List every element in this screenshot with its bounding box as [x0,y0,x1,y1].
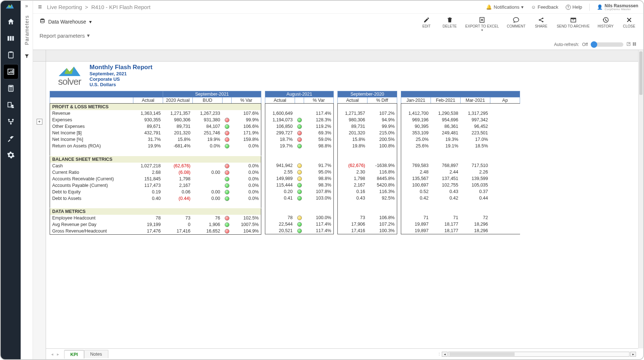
report-title: Monthly Flash Report [90,64,153,71]
svg-rect-5 [8,52,13,58]
svg-point-13 [9,88,10,89]
svg-rect-2 [7,36,9,41]
history-button[interactable]: HISTORY [598,17,614,31]
status-indicator-icon [225,137,229,142]
table-row: 106,850119.2% [265,123,334,130]
expand-group-button[interactable]: + [37,119,42,125]
left-nav [1,1,21,359]
table-row: 2.482.442.26 [401,169,520,175]
nav-workflow[interactable] [4,114,18,129]
export-excel-button[interactable]: EXPORT TO EXCEL▾ [465,17,499,31]
notifications-menu[interactable]: 🔔 Notifications ▾ [486,4,524,10]
prev-block-table: August-2021Actual% Var1,600,649117.4%1,1… [265,91,334,234]
status-indicator-icon [297,137,302,142]
table-row: Current Ratio2.68(6.08)0.000.0% [50,169,261,176]
status-indicator-icon [225,118,229,122]
horizontal-scrollbar[interactable]: ⋮ ◂ ▸ [437,352,636,357]
top-bar: ≡ Live Reporting > R410 - KPI Flash Repo… [33,1,643,14]
svg-rect-4 [12,36,14,41]
svg-point-20 [11,105,13,107]
grid-view-icon[interactable] [632,42,637,47]
table-row: Net Income [%]31.7%15.8%19.9%159.8% [50,136,261,143]
nav-data[interactable] [4,31,18,46]
row-gutter: + [33,50,46,359]
status-indicator-icon [225,183,229,188]
status-indicator-icon [225,190,229,194]
auto-refresh-toggle[interactable] [591,42,623,47]
nav-home[interactable] [4,14,18,29]
breadcrumb-root[interactable]: Live Reporting [47,4,82,10]
report-period: September, 2021 [90,71,153,76]
edit-button[interactable]: EDIT [419,17,434,31]
status-indicator-icon [225,131,229,135]
panel-expand-icon[interactable]: » [25,3,28,9]
table-row: 18.7%59.0% [265,136,334,143]
table-row: 2,1675420.8% [338,182,397,188]
tab-nav-arrows[interactable]: ◂▸ [46,352,64,357]
delete-button[interactable]: DELETE [442,17,457,31]
table-row: 73106.8% [338,214,397,221]
status-indicator-icon [225,164,229,168]
svg-rect-35 [635,42,636,44]
help-link[interactable]: ? Help [566,4,582,10]
chevron-down-icon: ▾ [89,19,92,25]
user-menu[interactable]: 👤 Nils Rasmussen CorpDemo Master [597,4,638,11]
table-row: Accounts Receivable (Current)151,8451,79… [50,176,261,182]
solver-logo: solver [50,63,90,87]
table-row: 115,44498.3% [265,182,334,188]
table-row: 15.8%200.5% [338,136,397,143]
status-indicator-icon [297,118,302,122]
nav-calculator[interactable] [4,81,18,96]
status-indicator-icon [297,229,302,233]
datasource-selector[interactable]: Data Warehouse ▾ [40,18,92,25]
filter-icon[interactable] [24,54,29,60]
report-currency: U.S. Dollars [90,82,153,87]
breadcrumb: Live Reporting > R410 - KPI Flash Report [47,4,151,10]
nav-settings[interactable] [4,148,18,162]
help-icon: ? [566,5,571,10]
close-button[interactable]: CLOSE [622,17,637,31]
parameters-panel-collapsed: » Parameters [21,1,33,359]
table-row: 980,30694.9% [338,117,397,123]
tab-notes[interactable]: Notes [84,350,108,358]
chevron-down-icon: ▾ [87,32,90,39]
nav-reporting[interactable] [4,64,18,79]
svg-point-24 [10,123,12,125]
comment-button[interactable]: COMMENT [507,17,525,31]
table-row: 19,89718,17718,296 [401,227,520,234]
tab-kpi[interactable]: KPI [64,350,84,359]
svg-rect-19 [8,102,11,107]
table-row: 0.520.430.37 [401,188,520,195]
table-row: Debt to Assets0.40(0.44)0.000.0% [50,195,261,202]
table-row: 353,109249,481223,501 [401,130,520,136]
nav-tools[interactable] [4,131,18,146]
bell-icon: 🔔 [486,4,492,10]
status-indicator-icon [297,144,302,148]
parameters-panel-label[interactable]: Parameters [24,15,30,45]
trend-block-table: Jan-2021Feb-2021Mar-2021Ap1,412,7001,290… [401,91,520,234]
report-parameters-toggle[interactable]: Report parameters ▾ [33,31,643,42]
vertical-scrollbar[interactable] [638,50,643,348]
popout-icon[interactable] [626,42,631,47]
table-row: Gross Revenue/Headcount17,47617,41616,65… [50,228,261,235]
table-row: 135,567137,451139,599 [401,175,520,182]
svg-rect-36 [633,44,634,46]
menu-icon[interactable]: ≡ [38,3,42,11]
status-indicator-icon [297,131,302,135]
nav-clipboard[interactable] [4,48,18,62]
report-header: solver Monthly Flash Report September, 2… [50,62,638,91]
share-button[interactable]: SHARE [533,17,549,31]
nav-users[interactable] [4,98,18,112]
table-row: 19.8%100.8% [338,143,397,149]
table-row: Accounts Payable (Current)117,4732,1670.… [50,182,261,189]
feedback-link[interactable]: ☺ Feedback [531,4,558,10]
table-row: 969,196954,696997,342 [401,117,520,123]
svg-rect-30 [571,19,576,22]
svg-rect-31 [570,18,576,19]
archive-button[interactable]: SEND TO ARCHIVE [557,17,590,31]
py-block-table: September-2020Actual% Diff1,271,357107.2… [337,91,397,234]
table-row: 1,271,357107.2% [338,110,397,117]
database-icon [40,18,45,25]
status-indicator-icon [225,216,229,221]
table-row: 25.6%19.1%18.5% [401,143,520,149]
